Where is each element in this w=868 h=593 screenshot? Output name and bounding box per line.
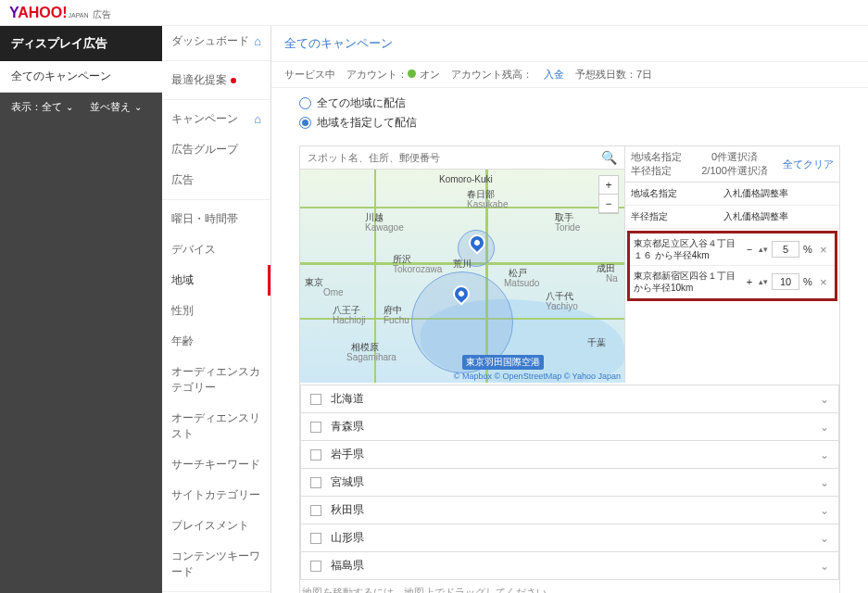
home-icon: ⌂ [254,112,261,126]
map-zoom[interactable]: +− [598,175,619,214]
checkbox[interactable] [310,422,321,433]
nav-device[interactable]: デバイス [162,234,270,265]
nav-optimize[interactable]: 最適化提案 [162,65,270,95]
nav-adgroup[interactable]: 広告グループ [162,134,270,165]
nav-content-keyword[interactable]: コンテンツキーワード [162,541,270,587]
region-row[interactable]: 青森県⌄ [300,413,839,441]
nav-site-category[interactable]: サイトカテゴリー [162,480,270,511]
checkbox[interactable] [310,449,321,461]
remove-icon[interactable]: × [820,275,831,289]
search-icon[interactable]: 🔍 [601,150,617,165]
account-info-bar: サービス中 アカウント：オン アカウント残高： 入金 予想残日数：7日 [271,62,868,88]
home-icon: ⌂ [254,34,261,48]
remove-icon[interactable]: × [820,243,831,257]
chevron-down-icon: ⌄ [820,448,829,461]
nav-campaign[interactable]: キャンペーン⌂ [162,104,270,134]
sign-toggle[interactable]: + [744,276,755,287]
checkbox[interactable] [310,561,321,572]
region-row[interactable]: 秋田県⌄ [300,497,839,524]
nav-gender[interactable]: 性別 [162,296,270,326]
nav-placement[interactable]: プレイスメント [162,511,270,541]
sign-toggle[interactable]: − [744,244,755,255]
sidebar-title: ディスプレイ広告 [0,26,162,61]
sidebar-primary: ディスプレイ広告 全てのキャンペーン 表示：全て 並べ替え [0,26,162,593]
bid-value-input[interactable]: 10 [772,273,799,290]
bid-adjustment-highlight: 東京都足立区入谷４丁目１６ から半径4km − ▴▾ 5 % × 東京都新宿区四… [627,231,837,301]
nav-dashboard[interactable]: ダッシュボード⌂ [162,26,270,57]
nav-age[interactable]: 年齢 [162,326,270,357]
region-label: 宮城県 [331,474,364,490]
checkbox[interactable] [310,394,321,405]
region-label: 秋田県 [331,502,364,518]
deposit-link[interactable]: 入金 [544,68,564,82]
map-attribution: © Mapbox © OpenStreetMap © Yahoo Japan [454,372,621,381]
nav-audience-category[interactable]: オーディエンスカテゴリー [162,357,270,403]
sidebar-all-campaigns[interactable]: 全てのキャンペーン [0,61,162,93]
region-row[interactable]: 岩手県⌄ [300,441,839,469]
chevron-down-icon: ⌄ [820,532,829,545]
stepper-icon[interactable]: ▴▾ [759,245,768,254]
status-dot-icon [408,69,416,78]
nav-ad[interactable]: 広告 [162,165,270,196]
zoom-out-icon[interactable]: − [599,195,618,213]
chevron-down-icon: ⌄ [820,504,829,517]
notification-dot-icon [231,78,236,83]
region-row[interactable]: 福島県⌄ [300,552,839,580]
search-input[interactable] [308,152,601,163]
region-label: 岩手県 [331,447,364,462]
zoom-in-icon[interactable]: + [599,176,618,195]
region-label: 北海道 [331,391,364,407]
region-label: 山形県 [331,530,364,546]
chevron-down-icon: ⌄ [820,393,829,406]
selection-panel: 地域名指定半径指定 0件選択済2/100件選択済 全てクリア 地域名指定入札価格… [624,146,839,383]
map-hint: 地図を移動するには、地図上でドラッグしてください。 [300,580,839,593]
chevron-down-icon: ⌄ [820,560,829,573]
location-search[interactable]: 🔍 [300,146,624,170]
region-row[interactable]: 宮城県⌄ [300,469,839,497]
checkbox[interactable] [310,533,321,544]
bid-value-input[interactable]: 5 [772,241,799,258]
clear-all-link[interactable]: 全てクリア [783,158,834,171]
checkbox[interactable] [310,477,321,488]
map[interactable]: Komoro-Kuki 春日部 Kasukabe 川越 Kawagoe 所沢 T… [300,170,624,383]
radio-select-regions[interactable]: 地域を指定して配信 [299,113,840,132]
logo: YAHOO!JAPAN広告 [9,5,111,21]
breadcrumb[interactable]: 全てのキャンペーン [271,26,868,62]
region-label: 青森県 [331,419,364,435]
region-row[interactable]: 北海道⌄ [300,385,839,413]
nav-region[interactable]: 地域 [162,265,270,296]
radio-all-regions[interactable]: 全ての地域に配信 [299,94,840,113]
topbar: YAHOO!JAPAN広告 [0,0,868,26]
nav-audience-list[interactable]: オーディエンスリスト [162,403,270,449]
sidebar-sort[interactable]: 並べ替え [90,100,142,114]
stepper-icon[interactable]: ▴▾ [759,277,768,286]
chevron-down-icon: ⌄ [820,421,829,434]
checkbox[interactable] [310,505,321,516]
sidebar-secondary: ダッシュボード⌂ 最適化提案 キャンペーン⌂ 広告グループ 広告 曜日・時間帯 … [162,26,271,593]
radius-entry: 東京都足立区入谷４丁目１６ から半径4km − ▴▾ 5 % × [630,233,835,266]
nav-search-keyword[interactable]: サーチキーワード [162,449,270,480]
radius-entry: 東京都新宿区四谷１丁目 から半径10km + ▴▾ 10 % × [630,266,835,298]
region-row[interactable]: 山形県⌄ [300,524,839,552]
chevron-down-icon: ⌄ [820,476,829,489]
nav-daytime[interactable]: 曜日・時間帯 [162,204,270,234]
region-label: 福島県 [331,558,364,574]
sidebar-display-filter[interactable]: 表示：全て [11,100,73,114]
